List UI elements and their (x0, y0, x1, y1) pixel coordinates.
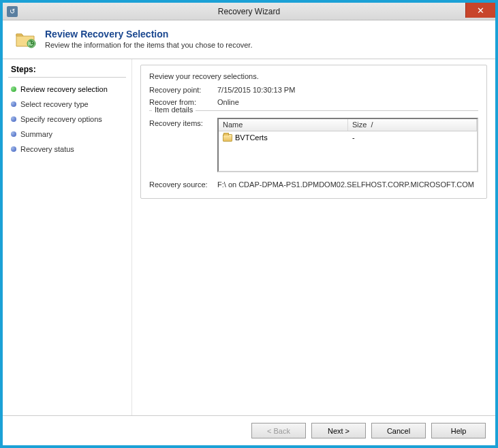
recovery-source-label: Recovery source: (149, 180, 217, 189)
column-header-name[interactable]: Name (219, 119, 348, 131)
step-bullet-icon (11, 101, 16, 107)
main-panel: Review your recovery selections. Recover… (132, 59, 495, 415)
recovery-point-value: 7/15/2015 10:30:13 PM (217, 86, 295, 94)
column-header-size-text: Size (352, 121, 367, 129)
page-subtitle: Review the information for the items tha… (45, 41, 252, 49)
step-summary[interactable]: Summary (8, 127, 126, 142)
step-bullet-icon (11, 146, 16, 152)
recovery-items-label: Recovery items: (149, 118, 211, 127)
recovery-point-label: Recovery point: (149, 86, 217, 94)
folder-icon (223, 134, 232, 142)
list-item[interactable]: BVTCerts - (219, 131, 477, 144)
item-name: BVTCerts (235, 133, 268, 142)
cancel-button[interactable]: Cancel (371, 423, 426, 438)
main-content-box: Review your recovery selections. Recover… (140, 65, 487, 199)
step-specify-recovery-options[interactable]: Specify recovery options (8, 112, 126, 127)
step-label: Review recovery selection (20, 85, 108, 93)
step-label: Specify recovery options (20, 115, 102, 123)
step-select-recovery-type[interactable]: Select recovery type (8, 97, 126, 112)
recovery-point-row: Recovery point: 7/15/2015 10:30:13 PM (149, 86, 478, 94)
step-recovery-status[interactable]: Recovery status (8, 142, 126, 157)
step-review-recovery-selection[interactable]: Review recovery selection (8, 82, 126, 97)
steps-title: Steps: (8, 65, 126, 78)
window-title: Recovery Wizard (3, 7, 495, 16)
listview-header: Name Size / (219, 119, 477, 131)
wizard-window: ↺ Recovery Wizard ✕ Review Recovery Sele… (0, 0, 498, 448)
button-bar: < Back Next > Cancel Help (3, 415, 495, 445)
recovery-source-row: Recovery source: F:\ on CDAP-DPMA-PS1.DP… (149, 180, 478, 189)
next-button[interactable]: Next > (311, 423, 366, 438)
intro-text: Review your recovery selections. (149, 72, 478, 80)
wizard-header: Review Recovery Selection Review the inf… (3, 20, 495, 59)
back-button[interactable]: < Back (251, 423, 306, 438)
steps-sidebar: Steps: Review recovery selection Select … (3, 59, 132, 415)
recovery-source-value: F:\ on CDAP-DPMA-PS1.DPMDOM02.SELFHOST.C… (217, 180, 474, 189)
step-bullet-icon (11, 116, 16, 122)
recovery-items-listview[interactable]: Name Size / BVTCerts - (217, 118, 478, 172)
step-label: Summary (20, 130, 52, 138)
help-button[interactable]: Help (431, 423, 486, 438)
column-header-size[interactable]: Size / (348, 119, 477, 131)
recover-from-row: Recover from: Online (149, 98, 478, 106)
recovery-folder-icon (15, 30, 37, 49)
item-details-legend: Item details (152, 106, 196, 114)
step-bullet-icon (11, 86, 16, 92)
item-details-group: Item details Recovery items: Name Size / (149, 110, 478, 189)
recover-from-value: Online (217, 98, 239, 106)
titlebar: ↺ Recovery Wizard ✕ (3, 3, 495, 20)
header-text: Review Recovery Selection Review the inf… (45, 29, 252, 49)
step-label: Recovery status (20, 145, 74, 153)
close-button[interactable]: ✕ (465, 3, 495, 18)
wizard-body: Steps: Review recovery selection Select … (3, 59, 495, 415)
recovery-items-row: Recovery items: Name Size / BVTCerts (149, 118, 478, 172)
close-icon: ✕ (477, 5, 484, 16)
step-label: Select recovery type (20, 100, 89, 108)
step-bullet-icon (11, 131, 16, 137)
page-title: Review Recovery Selection (45, 29, 252, 39)
item-size: - (348, 133, 477, 142)
